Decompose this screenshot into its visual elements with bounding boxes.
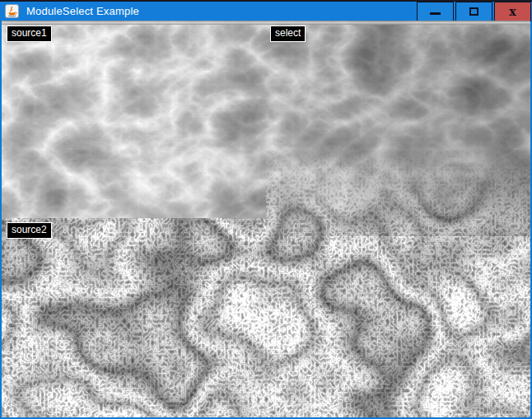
noise-composite — [2, 21, 530, 417]
image-label-select: select — [270, 26, 306, 42]
select-region-shade — [2, 21, 530, 236]
app-window: ModuleSelect Example x — [0, 0, 532, 419]
minimize-icon — [430, 12, 441, 15]
noise-render-canvas: source1 select source2 — [2, 21, 530, 417]
maximize-button[interactable] — [455, 2, 492, 21]
window-controls: x — [417, 2, 531, 21]
maximize-icon — [469, 7, 478, 16]
close-button[interactable]: x — [494, 2, 531, 21]
window-title: ModuleSelect Example — [26, 2, 139, 21]
minimize-button[interactable] — [417, 2, 454, 21]
java-coffee-cup-icon — [5, 4, 19, 18]
titlebar[interactable]: ModuleSelect Example x — [0, 0, 532, 21]
image-label-source1: source1 — [7, 26, 52, 42]
source2-image — [2, 218, 266, 417]
image-label-source2: source2 — [7, 222, 52, 239]
close-icon: x — [509, 6, 516, 17]
canvas-top-band — [2, 21, 530, 25]
